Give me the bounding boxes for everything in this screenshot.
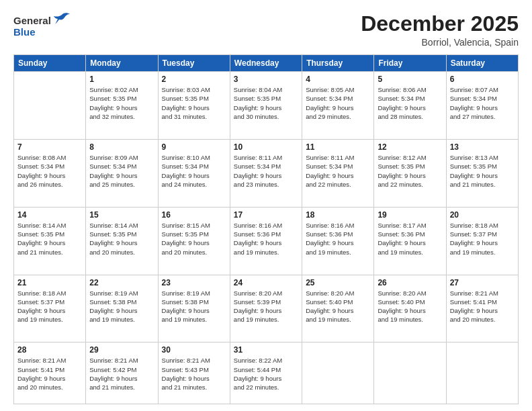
- calendar-cell: 4Sunrise: 8:05 AM Sunset: 5:34 PM Daylig…: [302, 72, 374, 140]
- day-info: Sunrise: 8:21 AM Sunset: 5:42 PM Dayligh…: [89, 356, 154, 392]
- calendar-cell: 10Sunrise: 8:11 AM Sunset: 5:34 PM Dayli…: [230, 139, 302, 207]
- calendar-cell: 23Sunrise: 8:19 AM Sunset: 5:38 PM Dayli…: [158, 275, 230, 342]
- week-row-1: 1Sunrise: 8:02 AM Sunset: 5:35 PM Daylig…: [14, 72, 519, 140]
- day-info: Sunrise: 8:04 AM Sunset: 5:35 PM Dayligh…: [234, 85, 298, 121]
- day-info: Sunrise: 8:15 AM Sunset: 5:35 PM Dayligh…: [162, 221, 226, 257]
- calendar-cell: 15Sunrise: 8:14 AM Sunset: 5:35 PM Dayli…: [86, 207, 158, 275]
- calendar-cell: 16Sunrise: 8:15 AM Sunset: 5:35 PM Dayli…: [158, 207, 230, 275]
- day-info: Sunrise: 8:11 AM Sunset: 5:34 PM Dayligh…: [306, 153, 370, 189]
- day-info: Sunrise: 8:21 AM Sunset: 5:41 PM Dayligh…: [450, 289, 515, 324]
- logo-general: General: [13, 15, 51, 26]
- calendar-cell: 7Sunrise: 8:08 AM Sunset: 5:34 PM Daylig…: [14, 139, 86, 207]
- day-info: Sunrise: 8:17 AM Sunset: 5:36 PM Dayligh…: [378, 221, 442, 257]
- col-monday: Monday: [86, 55, 158, 72]
- calendar-cell: 27Sunrise: 8:21 AM Sunset: 5:41 PM Dayli…: [446, 275, 518, 342]
- day-number: 22: [89, 278, 154, 287]
- col-sunday: Sunday: [14, 55, 86, 72]
- calendar-cell: 20Sunrise: 8:18 AM Sunset: 5:37 PM Dayli…: [446, 207, 518, 275]
- day-number: 26: [378, 278, 442, 287]
- day-number: 24: [234, 278, 298, 287]
- day-number: 27: [450, 278, 515, 287]
- calendar-cell: 30Sunrise: 8:21 AM Sunset: 5:43 PM Dayli…: [158, 342, 230, 404]
- day-number: 31: [234, 345, 298, 355]
- calendar-cell: 13Sunrise: 8:13 AM Sunset: 5:35 PM Dayli…: [446, 139, 518, 207]
- calendar-cell: 25Sunrise: 8:20 AM Sunset: 5:40 PM Dayli…: [302, 275, 374, 342]
- calendar-cell: [14, 72, 86, 140]
- calendar-cell: 28Sunrise: 8:21 AM Sunset: 5:41 PM Dayli…: [14, 342, 86, 404]
- day-number: 30: [162, 345, 226, 355]
- day-number: 15: [89, 210, 154, 220]
- day-info: Sunrise: 8:08 AM Sunset: 5:34 PM Dayligh…: [17, 153, 82, 189]
- day-info: Sunrise: 8:14 AM Sunset: 5:35 PM Dayligh…: [17, 221, 82, 257]
- logo-blue: Blue: [13, 26, 36, 38]
- day-number: 28: [17, 345, 82, 355]
- day-info: Sunrise: 8:03 AM Sunset: 5:35 PM Dayligh…: [162, 85, 226, 121]
- calendar-cell: 24Sunrise: 8:20 AM Sunset: 5:39 PM Dayli…: [230, 275, 302, 342]
- day-number: 18: [306, 210, 370, 220]
- day-info: Sunrise: 8:05 AM Sunset: 5:34 PM Dayligh…: [306, 85, 370, 121]
- day-info: Sunrise: 8:09 AM Sunset: 5:34 PM Dayligh…: [89, 153, 154, 189]
- day-number: 2: [162, 75, 226, 84]
- calendar-header-row: Sunday Monday Tuesday Wednesday Thursday…: [14, 55, 519, 72]
- calendar-cell: 11Sunrise: 8:11 AM Sunset: 5:34 PM Dayli…: [302, 139, 374, 207]
- calendar-cell: 17Sunrise: 8:16 AM Sunset: 5:36 PM Dayli…: [230, 207, 302, 275]
- header: General Blue December 2025 Borriol, Vale…: [13, 12, 519, 48]
- calendar-cell: 5Sunrise: 8:06 AM Sunset: 5:34 PM Daylig…: [374, 72, 446, 140]
- calendar-cell: 18Sunrise: 8:16 AM Sunset: 5:36 PM Dayli…: [302, 207, 374, 275]
- logo: General Blue: [13, 12, 71, 38]
- calendar-cell: 9Sunrise: 8:10 AM Sunset: 5:34 PM Daylig…: [158, 139, 230, 207]
- day-number: 4: [306, 75, 370, 84]
- day-number: 12: [378, 142, 442, 152]
- week-row-5: 28Sunrise: 8:21 AM Sunset: 5:41 PM Dayli…: [14, 342, 519, 404]
- day-info: Sunrise: 8:14 AM Sunset: 5:35 PM Dayligh…: [89, 221, 154, 257]
- day-number: 17: [234, 210, 298, 220]
- week-row-4: 21Sunrise: 8:18 AM Sunset: 5:37 PM Dayli…: [14, 275, 519, 342]
- col-wednesday: Wednesday: [230, 55, 302, 72]
- calendar-page: General Blue December 2025 Borriol, Vale…: [0, 0, 532, 411]
- day-info: Sunrise: 8:18 AM Sunset: 5:37 PM Dayligh…: [17, 289, 82, 324]
- month-year-title: December 2025: [361, 12, 519, 36]
- logo-bird-icon: [52, 12, 71, 29]
- day-number: 10: [234, 142, 298, 152]
- day-info: Sunrise: 8:11 AM Sunset: 5:34 PM Dayligh…: [234, 153, 298, 189]
- calendar-cell: 14Sunrise: 8:14 AM Sunset: 5:35 PM Dayli…: [14, 207, 86, 275]
- day-info: Sunrise: 8:07 AM Sunset: 5:34 PM Dayligh…: [450, 85, 515, 121]
- calendar-cell: [302, 342, 374, 404]
- calendar-cell: 3Sunrise: 8:04 AM Sunset: 5:35 PM Daylig…: [230, 72, 302, 140]
- col-saturday: Saturday: [446, 55, 518, 72]
- day-info: Sunrise: 8:19 AM Sunset: 5:38 PM Dayligh…: [162, 289, 226, 324]
- calendar-cell: 31Sunrise: 8:22 AM Sunset: 5:44 PM Dayli…: [230, 342, 302, 404]
- calendar-cell: [446, 342, 518, 404]
- day-info: Sunrise: 8:16 AM Sunset: 5:36 PM Dayligh…: [306, 221, 370, 257]
- day-info: Sunrise: 8:16 AM Sunset: 5:36 PM Dayligh…: [234, 221, 298, 257]
- calendar-cell: 21Sunrise: 8:18 AM Sunset: 5:37 PM Dayli…: [14, 275, 86, 342]
- calendar-cell: 1Sunrise: 8:02 AM Sunset: 5:35 PM Daylig…: [86, 72, 158, 140]
- col-thursday: Thursday: [302, 55, 374, 72]
- col-friday: Friday: [374, 55, 446, 72]
- day-info: Sunrise: 8:19 AM Sunset: 5:38 PM Dayligh…: [89, 289, 154, 324]
- calendar-cell: 6Sunrise: 8:07 AM Sunset: 5:34 PM Daylig…: [446, 72, 518, 140]
- calendar-cell: 2Sunrise: 8:03 AM Sunset: 5:35 PM Daylig…: [158, 72, 230, 140]
- calendar-cell: 12Sunrise: 8:12 AM Sunset: 5:35 PM Dayli…: [374, 139, 446, 207]
- day-number: 7: [17, 142, 82, 152]
- day-info: Sunrise: 8:20 AM Sunset: 5:40 PM Dayligh…: [306, 289, 370, 324]
- day-number: 9: [162, 142, 226, 152]
- week-row-2: 7Sunrise: 8:08 AM Sunset: 5:34 PM Daylig…: [14, 139, 519, 207]
- calendar-cell: 19Sunrise: 8:17 AM Sunset: 5:36 PM Dayli…: [374, 207, 446, 275]
- week-row-3: 14Sunrise: 8:14 AM Sunset: 5:35 PM Dayli…: [14, 207, 519, 275]
- day-number: 20: [450, 210, 515, 220]
- day-number: 21: [17, 278, 82, 287]
- day-number: 13: [450, 142, 515, 152]
- day-number: 6: [450, 75, 515, 84]
- calendar-cell: 26Sunrise: 8:20 AM Sunset: 5:40 PM Dayli…: [374, 275, 446, 342]
- day-number: 19: [378, 210, 442, 220]
- day-number: 8: [89, 142, 154, 152]
- calendar-cell: [374, 342, 446, 404]
- calendar-table: Sunday Monday Tuesday Wednesday Thursday…: [13, 54, 519, 404]
- day-info: Sunrise: 8:13 AM Sunset: 5:35 PM Dayligh…: [450, 153, 515, 189]
- day-number: 3: [234, 75, 298, 84]
- day-info: Sunrise: 8:22 AM Sunset: 5:44 PM Dayligh…: [234, 356, 298, 392]
- location-subtitle: Borriol, Valencia, Spain: [361, 37, 519, 48]
- day-info: Sunrise: 8:10 AM Sunset: 5:34 PM Dayligh…: [162, 153, 226, 189]
- col-tuesday: Tuesday: [158, 55, 230, 72]
